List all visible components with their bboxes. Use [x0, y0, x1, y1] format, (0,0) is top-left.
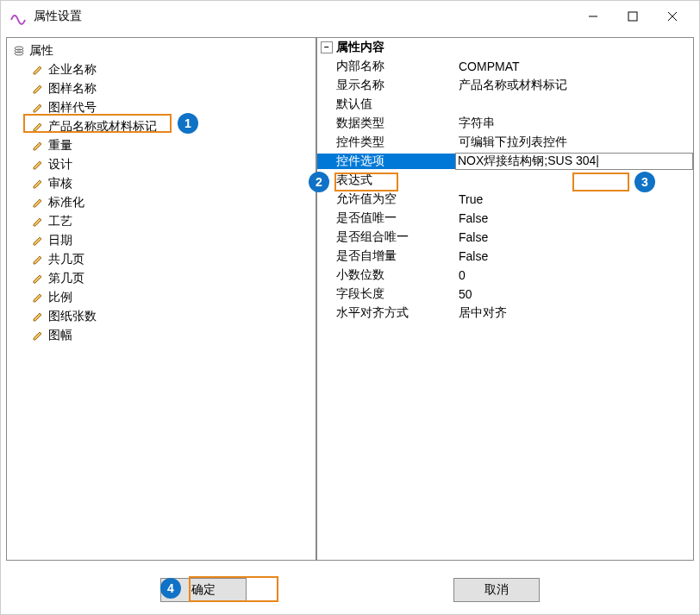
content-area: 属性 企业名称图样名称图样代号产品名称或材料标记重量设计审核标准化工艺日期共几页…	[1, 32, 699, 566]
grid-cell-value: 0	[455, 268, 693, 282]
property-grid-panel[interactable]: − 属性内容 内部名称COMPMAT显示名称产品名称或材料标记默认值数据类型字符…	[316, 37, 694, 561]
tree-item-label: 重量	[48, 138, 72, 154]
grid-cell-label: 控件选项	[317, 154, 455, 169]
maximize-button[interactable]	[613, 3, 653, 30]
pencil-icon	[31, 329, 45, 342]
grid-cell-label: 字段长度	[317, 286, 455, 302]
grid-row[interactable]: 水平对齐方式居中对齐	[317, 304, 693, 323]
pencil-icon	[31, 196, 45, 210]
attribute-tree-panel[interactable]: 属性 企业名称图样名称图样代号产品名称或材料标记重量设计审核标准化工艺日期共几页…	[6, 37, 316, 561]
grid-row[interactable]: 小数位数0	[317, 266, 693, 285]
grid-cell-value: 50	[455, 287, 693, 301]
pencil-icon	[31, 120, 45, 134]
pencil-icon	[31, 139, 45, 153]
tree-item-label: 图样名称	[48, 81, 97, 97]
tree-item[interactable]: 日期	[7, 231, 316, 250]
tree-item-label: 图样代号	[48, 100, 97, 116]
grid-cell-value: 可编辑下拉列表控件	[455, 135, 693, 150]
grid-cell-label: 水平对齐方式	[317, 305, 455, 321]
tree-root-item[interactable]: 属性	[7, 41, 316, 60]
tree-item-label: 产品名称或材料标记	[48, 119, 157, 135]
pencil-icon	[31, 215, 45, 229]
grid-row[interactable]: 是否值唯一False	[317, 209, 693, 228]
tree-item-label: 共几页	[48, 252, 84, 267]
tree-item-label: 比例	[48, 290, 72, 305]
collapse-icon[interactable]: −	[321, 41, 333, 53]
grid-header[interactable]: − 属性内容	[317, 38, 693, 57]
tree-item[interactable]: 审核	[7, 174, 316, 193]
tree-item[interactable]: 第几页	[7, 269, 316, 288]
window-title: 属性设置	[34, 9, 573, 24]
grid-cell-value: True	[455, 192, 693, 206]
tree-item-label: 工艺	[48, 214, 72, 229]
grid-row[interactable]: 允许值为空True	[317, 190, 693, 209]
tree-item[interactable]: 图样名称	[7, 79, 316, 98]
tree-item[interactable]: 工艺	[7, 212, 316, 231]
grid-cell-value: 字符串	[455, 116, 693, 131]
grid-cell-label: 数据类型	[317, 116, 455, 131]
tree-item[interactable]: 图幅	[7, 326, 316, 345]
grid-cell-label: 是否组合唯一	[317, 229, 455, 245]
tree-item-label: 图纸张数	[48, 309, 97, 324]
grid-row[interactable]: 控件类型可编辑下拉列表控件	[317, 133, 693, 152]
stack-icon	[12, 44, 26, 58]
tree-item[interactable]: 设计	[7, 155, 316, 174]
grid-row[interactable]: 数据类型字符串	[317, 114, 693, 133]
grid-cell-value: False	[455, 249, 693, 263]
pencil-icon	[31, 101, 45, 115]
callout-badge: 2	[309, 172, 329, 192]
grid-cell-label: 显示名称	[317, 78, 455, 93]
tree-item[interactable]: 重量	[7, 136, 316, 155]
grid-cell-label: 默认值	[317, 97, 455, 112]
grid-cell-value: COMPMAT	[455, 60, 693, 73]
grid-cell-label: 是否值唯一	[317, 210, 455, 226]
pencil-icon	[31, 310, 45, 323]
tree-item[interactable]: 共几页	[7, 250, 316, 269]
tree-item-label: 设计	[48, 157, 72, 173]
app-icon	[8, 6, 28, 27]
callout-badge: 4	[160, 578, 181, 599]
grid-row[interactable]: 控件选项	[317, 152, 693, 171]
grid-row[interactable]: 是否自增量False	[317, 247, 693, 266]
svg-rect-1	[628, 12, 637, 21]
cancel-button[interactable]: 取消	[453, 578, 540, 602]
tree-item[interactable]: 图样代号	[7, 98, 316, 117]
grid-row[interactable]: 内部名称COMPMAT	[317, 57, 693, 76]
tree-item[interactable]: 产品名称或材料标记	[7, 117, 316, 136]
tree-item[interactable]: 企业名称	[7, 60, 316, 79]
tree-item-label: 企业名称	[48, 62, 97, 78]
grid-row[interactable]: 默认值	[317, 95, 693, 114]
callout-badge: 3	[634, 172, 655, 192]
tree-item[interactable]: 比例	[7, 288, 316, 307]
control-options-input[interactable]	[455, 153, 693, 170]
tree-item-label: 日期	[48, 233, 72, 248]
minimize-button[interactable]	[573, 3, 613, 30]
pencil-icon	[31, 82, 45, 96]
tree-item[interactable]: 标准化	[7, 193, 316, 212]
pencil-icon	[31, 177, 45, 191]
grid-row[interactable]: 显示名称产品名称或材料标记	[317, 76, 693, 95]
grid-cell-value: False	[455, 230, 693, 244]
grid-cell-label: 是否自增量	[317, 248, 455, 264]
pencil-icon	[31, 291, 45, 304]
tree-root-label: 属性	[29, 43, 53, 59]
window-controls	[573, 3, 692, 30]
pencil-icon	[31, 234, 45, 248]
tree-item-label: 审核	[48, 176, 72, 191]
pencil-icon	[31, 253, 45, 267]
grid-cell-value: 居中对齐	[455, 305, 693, 321]
grid-cell-label: 表达式	[317, 173, 455, 188]
close-button[interactable]	[653, 3, 692, 30]
callout-badge: 1	[178, 113, 198, 134]
grid-row[interactable]: 字段长度50	[317, 285, 693, 304]
grid-cell-label: 控件类型	[317, 135, 455, 150]
pencil-icon	[31, 158, 45, 172]
grid-row[interactable]: 是否组合唯一False	[317, 228, 693, 247]
dialog-footer: 确定 取消	[1, 566, 699, 614]
grid-cell-label: 允许值为空	[317, 191, 455, 207]
tree-item[interactable]: 图纸张数	[7, 307, 316, 326]
tree-item-label: 标准化	[48, 195, 84, 210]
pencil-icon	[31, 272, 45, 286]
tree-item-label: 图幅	[48, 328, 72, 343]
pencil-icon	[31, 63, 45, 77]
